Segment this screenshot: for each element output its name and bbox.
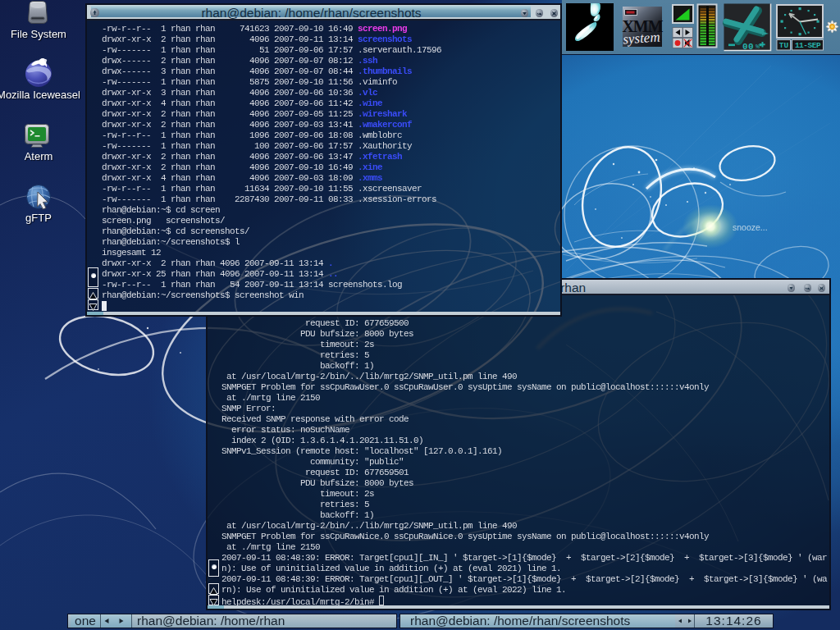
svg-text:TU: TU <box>779 41 789 50</box>
svg-text:00: 00 <box>742 42 754 52</box>
svg-text:%: % <box>756 43 760 50</box>
svg-text:system: system <box>623 29 661 47</box>
svg-text:11-SEP: 11-SEP <box>795 41 821 50</box>
